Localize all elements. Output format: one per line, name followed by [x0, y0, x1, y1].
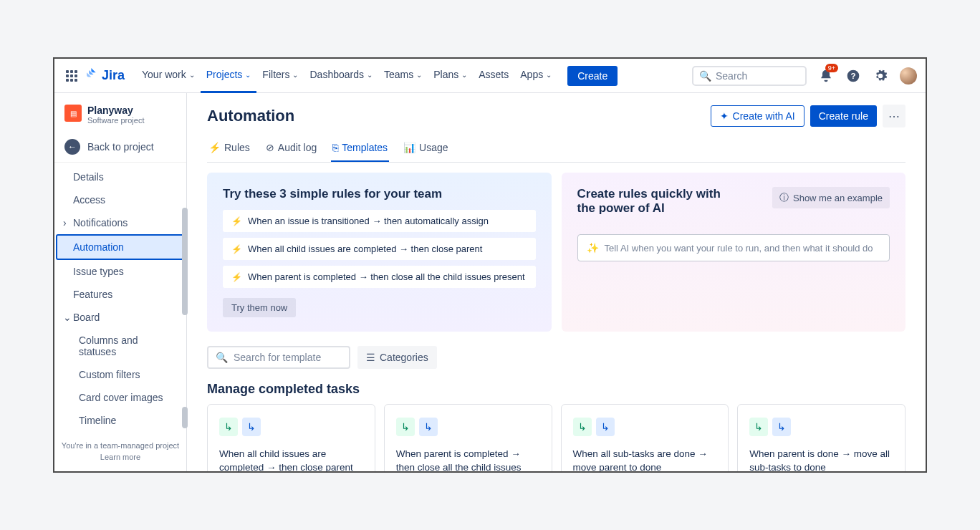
- template-card-text: When parent is completed → then close al…: [396, 448, 540, 471]
- action-icon: ↳: [242, 418, 261, 436]
- settings-icon[interactable]: [873, 68, 888, 84]
- more-actions-button[interactable]: ⋯: [883, 105, 905, 127]
- page-title: Automation: [207, 107, 294, 125]
- ai-panel-heading: Create rules quickly with the power of A…: [577, 187, 735, 216]
- ai-panel: Create rules quickly with the power of A…: [562, 173, 906, 332]
- chevron-down-icon: ⌄: [367, 71, 373, 79]
- tab-icon: 📊: [403, 142, 415, 153]
- chevron-down-icon: ⌄: [546, 71, 552, 79]
- jira-logo[interactable]: Jira: [85, 67, 125, 85]
- bolt-icon: ⚡: [231, 244, 242, 254]
- suggested-rule[interactable]: ⚡When parent is completed → then close a…: [223, 266, 536, 288]
- learn-more-link[interactable]: Learn more: [60, 453, 181, 461]
- sparkle-icon: ✦: [720, 110, 729, 122]
- help-icon[interactable]: ?: [845, 68, 861, 84]
- trigger-icon: ↳: [573, 418, 592, 436]
- sidebar-item-timeline[interactable]: Timeline: [54, 409, 186, 432]
- suggested-rule[interactable]: ⚡When an issue is transitioned → then au…: [223, 210, 536, 232]
- suggested-rule[interactable]: ⚡When all child issues are completed → t…: [223, 238, 536, 260]
- template-card-text: When all child issues are completed → th…: [219, 448, 363, 471]
- create-rule-button[interactable]: Create rule: [810, 105, 877, 127]
- sidebar-item-access[interactable]: Access: [54, 188, 186, 211]
- project-icon: ▤: [64, 105, 82, 122]
- nav-dashboards[interactable]: Dashboards⌄: [304, 59, 378, 93]
- nav-your-work[interactable]: Your work⌄: [136, 59, 201, 93]
- try-panel-heading: Try these 3 simple rules for your team: [223, 187, 536, 201]
- global-search-input[interactable]: 🔍 Search: [692, 66, 807, 86]
- ai-sparkle-icon: ✨: [587, 242, 599, 254]
- main-content: Automation ✦ Create with AI Create rule …: [187, 93, 926, 471]
- template-card[interactable]: ↳ ↳ When parent is done → move all sub-t…: [737, 404, 905, 471]
- try-rules-panel: Try these 3 simple rules for your team ⚡…: [207, 173, 552, 332]
- chevron-down-icon: ⌄: [292, 71, 298, 79]
- project-name: Planyway: [87, 105, 144, 116]
- sidebar-item-features[interactable]: Features: [54, 283, 186, 306]
- back-label: Back to project: [87, 141, 154, 153]
- sidebar-scrollbar[interactable]: [182, 208, 188, 315]
- info-icon: ⓘ: [779, 191, 789, 204]
- tab-icon: ⎘: [332, 142, 338, 153]
- categories-button[interactable]: ☰ Categories: [357, 346, 437, 369]
- sidebar-item-board[interactable]: Board: [54, 306, 186, 329]
- tab-usage[interactable]: 📊Usage: [402, 138, 449, 162]
- template-card[interactable]: ↳ ↳ When all child issues are completed …: [207, 404, 375, 471]
- template-search-placeholder: Search for template: [234, 352, 321, 363]
- try-them-now-button[interactable]: Try them now: [223, 298, 296, 317]
- sidebar-item-custom-filters[interactable]: Custom filters: [54, 363, 186, 386]
- tab-templates[interactable]: ⎘Templates: [331, 138, 389, 162]
- sidebar-item-issue-types[interactable]: Issue types: [54, 260, 186, 283]
- nav-filters[interactable]: Filters⌄: [256, 59, 304, 93]
- template-card[interactable]: ↳ ↳ When all sub-tasks are done → move p…: [561, 404, 729, 471]
- back-arrow-icon: ←: [64, 139, 80, 155]
- sidebar-item-columns-and-statuses[interactable]: Columns and statuses: [54, 329, 186, 363]
- create-ai-label: Create with AI: [733, 110, 795, 122]
- search-icon: 🔍: [699, 70, 711, 82]
- search-placeholder: Search: [716, 70, 747, 82]
- tab-rules[interactable]: ⚡Rules: [207, 138, 251, 162]
- show-example-button[interactable]: ⓘ Show me an example: [772, 187, 890, 208]
- top-bar: Jira Your work⌄Projects⌄Filters⌄Dashboar…: [54, 59, 926, 93]
- sidebar-item-automation[interactable]: Automation: [56, 234, 185, 260]
- show-example-label: Show me an example: [793, 193, 883, 203]
- product-name: Jira: [102, 68, 125, 83]
- tab-icon: ⚡: [208, 142, 221, 153]
- nav-plans[interactable]: Plans⌄: [428, 59, 473, 93]
- nav-projects[interactable]: Projects⌄: [201, 59, 257, 93]
- sidebar-item-card-cover-images[interactable]: Card cover images: [54, 386, 186, 409]
- template-search-input[interactable]: 🔍 Search for template: [207, 346, 350, 369]
- create-button[interactable]: Create: [567, 66, 618, 86]
- sidebar-item-details[interactable]: Details: [54, 165, 186, 188]
- jira-mark-icon: [85, 67, 99, 85]
- ai-prompt-input[interactable]: ✨ Tell AI when you want your rule to run…: [577, 234, 890, 261]
- trigger-icon: ↳: [396, 418, 415, 436]
- chevron-down-icon: ⌄: [245, 71, 251, 79]
- trigger-icon: ↳: [219, 418, 238, 436]
- section-heading: Manage completed tasks: [207, 382, 905, 397]
- project-header[interactable]: ▤ Planyway Software project: [54, 99, 186, 132]
- action-icon: ↳: [772, 418, 791, 436]
- nav-assets[interactable]: Assets: [473, 59, 514, 93]
- template-card-text: When all sub-tasks are done → move paren…: [573, 448, 717, 471]
- template-card[interactable]: ↳ ↳ When parent is completed → then clos…: [384, 404, 552, 471]
- sidebar-item-notifications[interactable]: Notifications: [54, 211, 186, 234]
- template-card-text: When parent is done → move all sub-tasks…: [749, 448, 893, 471]
- tab-icon: ⊘: [266, 142, 274, 153]
- notification-badge: 9+: [825, 64, 838, 72]
- tab-audit-log[interactable]: ⊘Audit log: [264, 138, 318, 162]
- nav-teams[interactable]: Teams⌄: [378, 59, 428, 93]
- chevron-down-icon: ⌄: [461, 71, 467, 79]
- create-with-ai-button[interactable]: ✦ Create with AI: [711, 105, 804, 127]
- chevron-down-icon: ⌄: [189, 71, 195, 79]
- project-type: Software project: [87, 116, 144, 125]
- sidebar-scrollbar-bottom[interactable]: [182, 407, 188, 428]
- action-icon: ↳: [419, 418, 438, 436]
- svg-text:?: ?: [850, 71, 855, 80]
- notifications-button[interactable]: 9+: [818, 68, 834, 84]
- user-avatar[interactable]: [900, 67, 917, 85]
- footer-text: You're in a team-managed project: [62, 441, 179, 450]
- bolt-icon: ⚡: [231, 216, 242, 226]
- list-icon: ☰: [366, 352, 375, 363]
- nav-apps[interactable]: Apps⌄: [514, 59, 557, 93]
- back-to-project-link[interactable]: ← Back to project: [54, 132, 186, 163]
- app-switcher-icon[interactable]: [63, 67, 80, 85]
